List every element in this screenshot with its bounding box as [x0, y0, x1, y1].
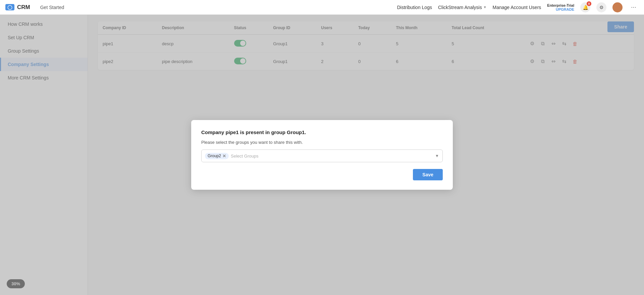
logo-text: CRM: [17, 4, 30, 11]
modal-subtitle: Please select the groups you want to sha…: [201, 140, 443, 145]
grid-icon[interactable]: ⋯: [629, 2, 639, 12]
remove-tag-button[interactable]: ✕: [222, 154, 226, 159]
topnav: ◯ CRM Get Started Distribution Logs Clic…: [0, 0, 644, 15]
save-button[interactable]: Save: [413, 169, 443, 180]
share-modal: Company pipe1 is present in group Group1…: [191, 120, 453, 190]
nav-clickstream-analysis[interactable]: ClickStream Analysis ▼: [438, 5, 487, 10]
nav-distribution-logs[interactable]: Distribution Logs: [397, 5, 432, 10]
logo[interactable]: ◯ CRM: [5, 4, 30, 11]
avatar[interactable]: [612, 2, 623, 12]
select-groups-placeholder: Select Groups: [231, 154, 433, 159]
notifications-button[interactable]: 🔔 0: [580, 2, 590, 12]
chevron-down-icon: ▼: [435, 154, 439, 158]
nav-manage-account-users[interactable]: Manage Account Users: [493, 5, 541, 10]
selected-tag: Group2 ✕: [205, 153, 229, 159]
trial-text: Enterprise-Trial: [547, 3, 574, 7]
get-started-link[interactable]: Get Started: [37, 5, 68, 10]
trial-badge: Enterprise-Trial UPGRADE: [547, 3, 574, 11]
logo-icon: ◯: [5, 4, 14, 10]
modal-title: Company pipe1 is present in group Group1…: [201, 129, 443, 135]
topnav-right: Distribution Logs ClickStream Analysis ▼…: [397, 2, 639, 12]
notification-badge: 0: [587, 1, 591, 6]
chevron-down-icon: ▼: [483, 5, 487, 9]
settings-button[interactable]: ⚙: [596, 2, 606, 12]
modal-footer: Save: [201, 169, 443, 180]
upgrade-link[interactable]: UPGRADE: [556, 7, 574, 11]
group-select[interactable]: Group2 ✕ Select Groups ▼: [201, 150, 443, 162]
modal-overlay: Company pipe1 is present in group Group1…: [0, 15, 644, 295]
